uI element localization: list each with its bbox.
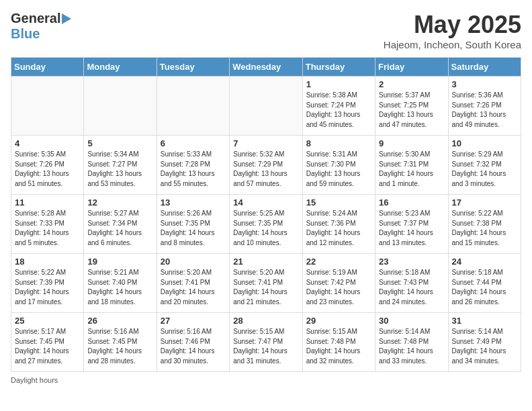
day-header-tuesday: Tuesday bbox=[157, 58, 229, 77]
day-header-wednesday: Wednesday bbox=[230, 58, 302, 77]
day-number: 9 bbox=[379, 138, 444, 148]
cell-info: Sunrise: 5:30 AM Sunset: 7:31 PM Dayligh… bbox=[379, 150, 444, 189]
calendar-cell: 31Sunrise: 5:14 AM Sunset: 7:49 PM Dayli… bbox=[448, 313, 521, 372]
cell-info: Sunrise: 5:14 AM Sunset: 7:48 PM Dayligh… bbox=[379, 327, 444, 366]
calendar-cell bbox=[230, 77, 302, 136]
cell-info: Sunrise: 5:18 AM Sunset: 7:43 PM Dayligh… bbox=[379, 268, 444, 307]
calendar-cell: 19Sunrise: 5:21 AM Sunset: 7:40 PM Dayli… bbox=[84, 254, 157, 313]
calendar-cell: 15Sunrise: 5:24 AM Sunset: 7:36 PM Dayli… bbox=[302, 195, 375, 254]
cell-info: Sunrise: 5:38 AM Sunset: 7:24 PM Dayligh… bbox=[306, 91, 371, 130]
calendar-cell: 5Sunrise: 5:34 AM Sunset: 7:27 PM Daylig… bbox=[84, 136, 157, 195]
calendar-cell: 17Sunrise: 5:22 AM Sunset: 7:38 PM Dayli… bbox=[448, 195, 521, 254]
day-number: 16 bbox=[379, 197, 444, 208]
cell-info: Sunrise: 5:28 AM Sunset: 7:33 PM Dayligh… bbox=[15, 209, 80, 248]
cell-info: Sunrise: 5:17 AM Sunset: 7:45 PM Dayligh… bbox=[15, 327, 80, 366]
day-number: 12 bbox=[87, 197, 152, 208]
cell-info: Sunrise: 5:23 AM Sunset: 7:37 PM Dayligh… bbox=[379, 209, 444, 248]
cell-info: Sunrise: 5:24 AM Sunset: 7:36 PM Dayligh… bbox=[306, 209, 371, 248]
cell-info: Sunrise: 5:31 AM Sunset: 7:30 PM Dayligh… bbox=[306, 150, 371, 189]
cell-info: Sunrise: 5:25 AM Sunset: 7:35 PM Dayligh… bbox=[233, 209, 298, 248]
day-number: 6 bbox=[161, 138, 226, 148]
day-number: 2 bbox=[379, 79, 444, 89]
day-number: 11 bbox=[15, 197, 80, 208]
cell-info: Sunrise: 5:16 AM Sunset: 7:45 PM Dayligh… bbox=[87, 327, 152, 366]
day-number: 19 bbox=[87, 257, 152, 267]
calendar-cell: 12Sunrise: 5:27 AM Sunset: 7:34 PM Dayli… bbox=[84, 195, 157, 254]
cell-info: Sunrise: 5:20 AM Sunset: 7:41 PM Dayligh… bbox=[161, 268, 226, 307]
day-number: 3 bbox=[452, 79, 517, 89]
cell-info: Sunrise: 5:15 AM Sunset: 7:47 PM Dayligh… bbox=[233, 327, 298, 366]
calendar-table: SundayMondayTuesdayWednesdayThursdayFrid… bbox=[11, 57, 521, 372]
calendar-cell: 24Sunrise: 5:18 AM Sunset: 7:44 PM Dayli… bbox=[448, 254, 521, 313]
day-number: 31 bbox=[452, 316, 517, 326]
day-number: 5 bbox=[87, 138, 152, 148]
cell-info: Sunrise: 5:37 AM Sunset: 7:25 PM Dayligh… bbox=[379, 91, 444, 130]
calendar-cell: 22Sunrise: 5:19 AM Sunset: 7:42 PM Dayli… bbox=[302, 254, 375, 313]
calendar-week-row: 4Sunrise: 5:35 AM Sunset: 7:26 PM Daylig… bbox=[11, 136, 521, 195]
calendar-cell: 18Sunrise: 5:22 AM Sunset: 7:39 PM Dayli… bbox=[11, 254, 84, 313]
day-number: 20 bbox=[161, 257, 226, 267]
calendar-cell: 3Sunrise: 5:36 AM Sunset: 7:26 PM Daylig… bbox=[448, 77, 521, 136]
calendar-cell: 10Sunrise: 5:29 AM Sunset: 7:32 PM Dayli… bbox=[448, 136, 521, 195]
cell-info: Sunrise: 5:32 AM Sunset: 7:29 PM Dayligh… bbox=[233, 150, 298, 189]
calendar-cell: 13Sunrise: 5:26 AM Sunset: 7:35 PM Dayli… bbox=[157, 195, 229, 254]
cell-info: Sunrise: 5:20 AM Sunset: 7:41 PM Dayligh… bbox=[233, 268, 298, 307]
day-number: 21 bbox=[233, 257, 298, 267]
day-number: 1 bbox=[306, 79, 371, 89]
calendar-week-row: 1Sunrise: 5:38 AM Sunset: 7:24 PM Daylig… bbox=[11, 77, 521, 136]
calendar-cell: 2Sunrise: 5:37 AM Sunset: 7:25 PM Daylig… bbox=[375, 77, 448, 136]
cell-info: Sunrise: 5:22 AM Sunset: 7:38 PM Dayligh… bbox=[452, 209, 517, 248]
calendar-cell bbox=[84, 77, 157, 136]
cell-info: Sunrise: 5:14 AM Sunset: 7:49 PM Dayligh… bbox=[452, 327, 517, 366]
calendar-cell: 1Sunrise: 5:38 AM Sunset: 7:24 PM Daylig… bbox=[302, 77, 375, 136]
day-number: 8 bbox=[306, 138, 371, 148]
cell-info: Sunrise: 5:26 AM Sunset: 7:35 PM Dayligh… bbox=[161, 209, 226, 248]
day-number: 13 bbox=[161, 197, 226, 208]
days-header-row: SundayMondayTuesdayWednesdayThursdayFrid… bbox=[11, 58, 521, 77]
day-number: 7 bbox=[233, 138, 298, 148]
cell-info: Sunrise: 5:29 AM Sunset: 7:32 PM Dayligh… bbox=[452, 150, 517, 189]
daylight-hours-label: Daylight hours bbox=[11, 376, 58, 384]
day-header-saturday: Saturday bbox=[448, 58, 521, 77]
calendar-cell: 9Sunrise: 5:30 AM Sunset: 7:31 PM Daylig… bbox=[375, 136, 448, 195]
day-header-friday: Friday bbox=[375, 58, 448, 77]
calendar-cell: 30Sunrise: 5:14 AM Sunset: 7:48 PM Dayli… bbox=[375, 313, 448, 372]
day-header-monday: Monday bbox=[84, 58, 157, 77]
cell-info: Sunrise: 5:21 AM Sunset: 7:40 PM Dayligh… bbox=[87, 268, 152, 307]
calendar-cell: 6Sunrise: 5:33 AM Sunset: 7:28 PM Daylig… bbox=[157, 136, 229, 195]
calendar-cell: 11Sunrise: 5:28 AM Sunset: 7:33 PM Dayli… bbox=[11, 195, 84, 254]
cell-info: Sunrise: 5:19 AM Sunset: 7:42 PM Dayligh… bbox=[306, 268, 371, 307]
day-number: 26 bbox=[87, 316, 152, 326]
day-number: 29 bbox=[306, 316, 371, 326]
title-area: May 2025 Hajeom, Incheon, South Korea bbox=[384, 11, 521, 50]
day-number: 25 bbox=[15, 316, 80, 326]
cell-info: Sunrise: 5:27 AM Sunset: 7:34 PM Dayligh… bbox=[87, 209, 152, 248]
logo-blue-text: Blue bbox=[11, 26, 40, 41]
cell-info: Sunrise: 5:16 AM Sunset: 7:46 PM Dayligh… bbox=[161, 327, 226, 366]
calendar-cell: 27Sunrise: 5:16 AM Sunset: 7:46 PM Dayli… bbox=[157, 313, 229, 372]
calendar-cell: 28Sunrise: 5:15 AM Sunset: 7:47 PM Dayli… bbox=[230, 313, 302, 372]
calendar-cell bbox=[11, 77, 84, 136]
calendar-cell: 14Sunrise: 5:25 AM Sunset: 7:35 PM Dayli… bbox=[230, 195, 302, 254]
logo-arrow-icon bbox=[62, 13, 71, 24]
calendar-cell bbox=[157, 77, 229, 136]
cell-info: Sunrise: 5:33 AM Sunset: 7:28 PM Dayligh… bbox=[161, 150, 226, 189]
day-number: 30 bbox=[379, 316, 444, 326]
day-number: 28 bbox=[233, 316, 298, 326]
day-number: 27 bbox=[161, 316, 226, 326]
cell-info: Sunrise: 5:15 AM Sunset: 7:48 PM Dayligh… bbox=[306, 327, 371, 366]
cell-info: Sunrise: 5:35 AM Sunset: 7:26 PM Dayligh… bbox=[15, 150, 80, 189]
day-number: 22 bbox=[306, 257, 371, 267]
day-number: 23 bbox=[379, 257, 444, 267]
cell-info: Sunrise: 5:36 AM Sunset: 7:26 PM Dayligh… bbox=[452, 91, 517, 130]
day-header-sunday: Sunday bbox=[11, 58, 84, 77]
day-number: 17 bbox=[452, 197, 517, 208]
logo-general-text: General bbox=[11, 11, 60, 26]
calendar-cell: 25Sunrise: 5:17 AM Sunset: 7:45 PM Dayli… bbox=[11, 313, 84, 372]
page-header: General Blue May 2025 Hajeom, Incheon, S… bbox=[11, 11, 521, 50]
calendar-cell: 16Sunrise: 5:23 AM Sunset: 7:37 PM Dayli… bbox=[375, 195, 448, 254]
footer-note: Daylight hours bbox=[11, 376, 521, 384]
day-number: 18 bbox=[15, 257, 80, 267]
day-number: 14 bbox=[233, 197, 298, 208]
location-title: Hajeom, Incheon, South Korea bbox=[384, 39, 521, 50]
